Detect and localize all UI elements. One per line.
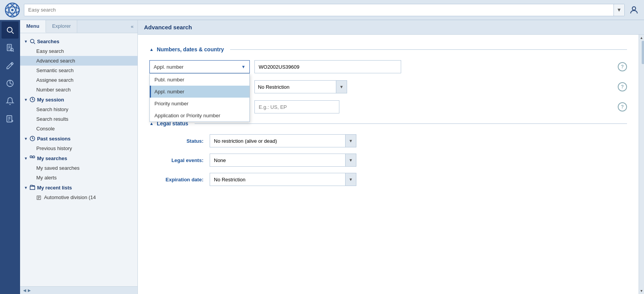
sidebar-icon-chart[interactable]	[2, 75, 19, 92]
past-sessions-arrow: ▼	[24, 137, 28, 141]
nav-item-automotive-division[interactable]: Automotive division (14	[20, 193, 137, 202]
page-title: Advanced search	[138, 20, 644, 35]
tree-section-searches[interactable]: ▼ Searches	[20, 36, 137, 46]
section-label-searches: Searches	[37, 39, 59, 44]
expiration-label: Expiration date:	[149, 177, 203, 182]
country-help-icon[interactable]: ?	[618, 102, 627, 112]
country-input[interactable]	[254, 100, 339, 113]
expiration-dropdown: No Restriction Before After Between ▼	[210, 173, 356, 186]
legal-events-select[interactable]: None Grant Opposition Lapse Revival	[210, 157, 345, 163]
dropdown-option-priority-number[interactable]: Priority number	[150, 98, 249, 110]
number-help-icon[interactable]: ?	[618, 62, 627, 71]
tab-menu[interactable]: Menu	[20, 20, 46, 33]
status-dropdown: No restriction (alive or dead) Alive Dea…	[210, 134, 356, 147]
legal-status-section: ▲ Legal status Status: No restriction (a…	[149, 120, 627, 186]
tree-section-my-searches[interactable]: ▼ My searches	[20, 153, 137, 163]
sidebar-icon-edit[interactable]	[2, 57, 19, 74]
restriction-dropdown-arrow[interactable]: ▼	[336, 81, 347, 93]
past-sessions-icon	[29, 135, 36, 142]
tree-section-past-sessions[interactable]: ▼ Past sessions	[20, 133, 137, 144]
status-dropdown-arrow[interactable]: ▼	[345, 135, 356, 147]
my-session-arrow: ▼	[24, 98, 28, 102]
searches-arrow: ▼	[24, 39, 28, 44]
nav-scroll-right[interactable]: ▶	[28, 288, 31, 292]
legal-row-expiration: Expiration date: No Restriction Before A…	[149, 173, 627, 186]
number-type-dropdown-wrap: Appl. number ▼ Publ. number Appl. number…	[149, 60, 250, 73]
expiration-select[interactable]: No Restriction Before After Between	[210, 177, 345, 182]
nav-item-previous-history[interactable]: Previous history	[20, 144, 137, 153]
expiration-dropdown-arrow[interactable]: ▼	[345, 173, 356, 186]
section-title-numbers: Numbers, dates & country	[157, 46, 224, 52]
status-label: Status:	[149, 138, 203, 144]
number-type-dropdown-button[interactable]: Appl. number ▼	[149, 60, 250, 73]
legal-row-events: Legal events: None Grant Opposition Laps…	[149, 154, 627, 167]
nav-scroll-buttons: ◀ ▶	[23, 288, 31, 292]
dropdown-option-publ-number[interactable]: Publ. number	[150, 74, 249, 86]
svg-rect-23	[30, 156, 32, 158]
tree-section-recent-lists[interactable]: ▼ My recent lists	[20, 182, 137, 193]
my-searches-icon	[29, 155, 36, 161]
section-label-my-searches: My searches	[37, 155, 67, 161]
restriction-dropdown: No Restriction Before After Between ▼	[254, 80, 347, 93]
section-line-numbers	[230, 49, 627, 50]
nav-item-console[interactable]: Console	[20, 124, 137, 133]
svg-line-13	[13, 51, 14, 51]
status-select[interactable]: No restriction (alive or dead) Alive Dea…	[210, 138, 345, 144]
top-search-dropdown-arrow[interactable]: ▼	[613, 4, 624, 16]
searches-search-icon	[29, 38, 36, 44]
restriction-select[interactable]: No Restriction Before After Between	[255, 84, 336, 90]
scroll-bottom-button[interactable]: ▼	[639, 288, 644, 294]
restriction-help-icon[interactable]: ?	[618, 82, 627, 91]
legal-events-label: Legal events:	[149, 157, 203, 163]
icon-sidebar	[0, 20, 20, 294]
number-type-dropdown-arrow: ▼	[241, 64, 246, 69]
scroll-top-button[interactable]: ▲	[639, 35, 644, 41]
recent-lists-folder-icon	[29, 184, 36, 191]
number-value-input[interactable]	[254, 60, 401, 73]
legal-row-status: Status: No restriction (alive or dead) A…	[149, 134, 627, 147]
top-search-input[interactable]	[24, 7, 613, 13]
nav-scroll-left[interactable]: ◀	[23, 288, 26, 292]
nav-item-advanced-search[interactable]: Advanced search	[20, 56, 137, 66]
nav-item-saved-searches[interactable]: My saved searches	[20, 163, 137, 173]
right-scrollbar: ▲ ▼	[639, 35, 644, 294]
my-searches-arrow: ▼	[24, 156, 28, 161]
content-body: ▲ Numbers, dates & country Appl. number …	[138, 35, 639, 294]
app-logo	[4, 2, 21, 19]
content-area: Advanced search ▲ Numbers, dates & count…	[138, 20, 644, 294]
nav-item-number-search[interactable]: Number search	[20, 85, 137, 95]
nav-tabs: Menu Explorer «	[20, 20, 137, 33]
main-layout: Menu Explorer « ▼ Searches Easy search A…	[0, 20, 644, 294]
sidebar-icon-bell[interactable]	[2, 93, 19, 110]
sidebar-icon-document[interactable]	[2, 39, 19, 56]
legal-events-dropdown-arrow[interactable]: ▼	[345, 154, 356, 166]
sidebar-icon-search[interactable]	[2, 22, 19, 39]
nav-item-semantic-search[interactable]: Semantic search	[20, 66, 137, 75]
top-search-wrap: ▼	[24, 4, 625, 16]
scroll-thumb[interactable]	[642, 41, 644, 64]
recent-lists-arrow: ▼	[24, 186, 28, 190]
section-toggle-numbers[interactable]: ▲	[149, 47, 154, 52]
user-icon[interactable]	[628, 4, 640, 16]
sidebar-icon-pdf[interactable]	[2, 110, 19, 127]
nav-item-search-history[interactable]: Search history	[20, 105, 137, 114]
svg-point-19	[31, 39, 34, 43]
dropdown-option-app-or-priority[interactable]: Application or Priority number	[150, 110, 249, 122]
nav-panel: Menu Explorer « ▼ Searches Easy search A…	[20, 20, 138, 294]
nav-item-search-results[interactable]: Search results	[20, 114, 137, 124]
tree-section-my-session[interactable]: ▼ My session	[20, 95, 137, 105]
nav-item-easy-search[interactable]: Easy search	[20, 46, 137, 56]
nav-collapse-button[interactable]: «	[127, 20, 137, 33]
form-row-number-type: Appl. number ▼ Publ. number Appl. number…	[149, 60, 627, 73]
dropdown-option-appl-number[interactable]: Appl. number	[150, 86, 249, 98]
section-line-legal	[195, 123, 627, 124]
nav-tree: ▼ Searches Easy search Advanced search S…	[20, 33, 137, 286]
svg-line-25	[32, 157, 33, 158]
nav-item-alerts[interactable]: My alerts	[20, 173, 137, 182]
svg-point-6	[7, 27, 12, 32]
svg-line-20	[34, 42, 35, 44]
section-label-my-session: My session	[37, 97, 64, 103]
tab-explorer[interactable]: Explorer	[46, 20, 77, 33]
nav-item-assignee-search[interactable]: Assignee search	[20, 75, 137, 85]
svg-point-5	[632, 7, 636, 10]
